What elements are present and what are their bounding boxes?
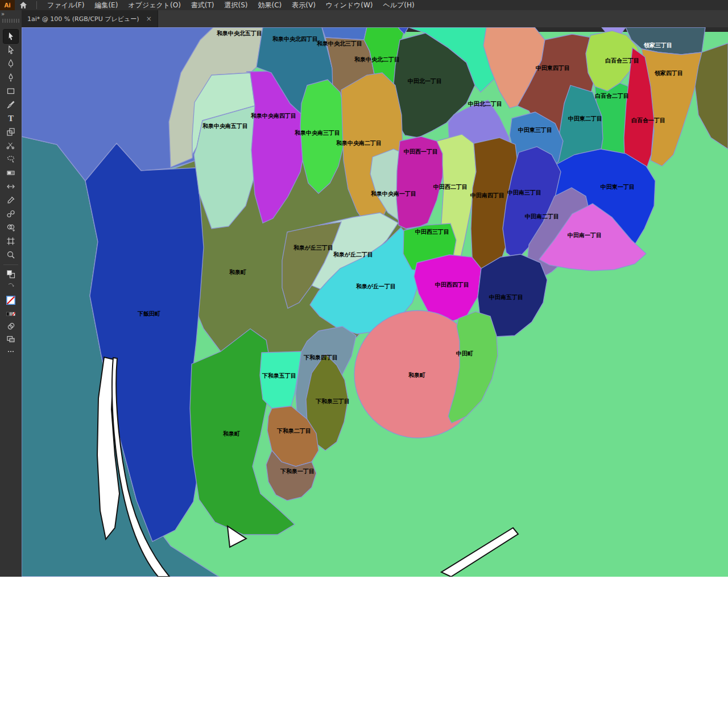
- blend-tool[interactable]: [3, 207, 18, 221]
- map-label-nakata-higashi-1: 中田東一丁目: [601, 184, 635, 190]
- svg-text:T: T: [8, 114, 14, 123]
- color-mode-strip[interactable]: [3, 308, 18, 320]
- rectangle-tool[interactable]: [3, 84, 18, 98]
- map-label-nakata-nishi-1: 中田西一丁目: [404, 148, 438, 155]
- eyedropper-tool[interactable]: [3, 193, 18, 207]
- tool-panel-header[interactable]: »: [0, 10, 22, 27]
- map-label-nakata-minami-5: 中田南五丁目: [489, 294, 523, 300]
- map-label-nakata-nishi-2: 中田西二丁目: [433, 184, 468, 190]
- map-label-nakata-kita-1: 中田北一丁目: [408, 78, 442, 84]
- tab-close-icon[interactable]: ×: [146, 15, 152, 23]
- zoom-tool[interactable]: [3, 248, 18, 262]
- map-label-izumi-chuo-kita-4: 和泉中央北四丁目: [272, 36, 318, 42]
- menu-item-0[interactable]: ファイル(F): [47, 1, 84, 10]
- lasso-tool[interactable]: [3, 152, 18, 166]
- map-label-nakata-nishi-4: 中田西四丁目: [435, 282, 469, 288]
- direct-selection-tool[interactable]: [3, 43, 18, 57]
- map-label-izumi-chuo-minami-3: 和泉中央南三丁目: [294, 130, 340, 136]
- map-label-izumicho-south: 和泉町: [222, 431, 240, 437]
- curvature-tool[interactable]: [3, 71, 18, 84]
- type-tool[interactable]: T: [3, 111, 18, 125]
- map-svg[interactable]: 和泉町下飯田町和泉町和泉中央北五丁目和泉中央南五丁目和泉中央南四丁目和泉中央北四…: [22, 27, 728, 577]
- map-label-nakata-minami-3: 中田南三丁目: [507, 189, 541, 196]
- shape-builder-tool[interactable]: [3, 221, 18, 234]
- menu-bar: Ai ファイル(F)編集(E)オブジェクト(O)書式(T)選択(S)効果(C)表…: [0, 0, 728, 10]
- map-label-ryoke-3: 領家三丁目: [643, 42, 672, 48]
- caption-area: IllustratorファイルやSVGファイルは、 色や地名などのさまざまな要素…: [0, 577, 728, 728]
- fill-stroke-swatch[interactable]: [3, 268, 18, 280]
- map-label-nakata-minami-4: 中田南四丁目: [470, 192, 504, 198]
- illustrator-logo-icon: Ai: [0, 0, 15, 10]
- artboard-canvas[interactable]: 和泉町下飯田町和泉町和泉中央北五丁目和泉中央南五丁目和泉中央南四丁目和泉中央北四…: [22, 27, 728, 577]
- collapse-panel-icon[interactable]: »: [1, 11, 4, 16]
- map-label-izumicho-main: 和泉町: [229, 269, 246, 275]
- free-transform-tool[interactable]: [3, 125, 18, 139]
- map-label-izumigaoka-2: 和泉が丘二丁目: [333, 251, 373, 258]
- swap-fill-stroke[interactable]: [3, 280, 18, 293]
- map-label-izumicho-circle: 和泉町: [408, 372, 425, 378]
- map-label-shimoiida: 下飯田町: [137, 311, 160, 317]
- menu-item-6[interactable]: 表示(V): [292, 1, 316, 10]
- more-tools[interactable]: [3, 345, 18, 358]
- artboard-tool[interactable]: [3, 234, 18, 248]
- map-label-izumi-chuo-minami-1: 和泉中央南一丁目: [370, 191, 416, 197]
- menu-item-7[interactable]: ウィンドウ(W): [326, 1, 373, 10]
- map-label-shimoizumi-5: 下和泉五丁目: [262, 373, 296, 379]
- home-icon[interactable]: [15, 1, 32, 9]
- menu-item-1[interactable]: 編集(E): [94, 1, 118, 10]
- map-label-ryoke-4: 領家四丁目: [654, 70, 683, 76]
- tab-bar: » 1ai* @ 100 % (RGB/CPU プレビュー) ×: [0, 10, 728, 27]
- map-label-yurigaoka-2: 白百合二丁目: [595, 93, 629, 99]
- menu-item-5[interactable]: 効果(C): [258, 1, 282, 10]
- map-label-izumi-chuo-minami-2: 和泉中央南二丁目: [336, 140, 382, 146]
- none-fill-swatch[interactable]: [3, 293, 18, 308]
- menu-divider: [36, 1, 37, 9]
- menu-item-8[interactable]: ヘルプ(H): [383, 1, 415, 10]
- map-label-nakata-higashi-3: 中田東三丁目: [518, 127, 552, 133]
- map-label-nakata-minami-1: 中田南一丁目: [568, 232, 602, 238]
- artboards[interactable]: [3, 333, 18, 345]
- map-label-izumi-chuo-kita-2: 和泉中央北二丁目: [354, 56, 400, 63]
- map-label-nakatacho: 中田町: [456, 350, 473, 357]
- map-label-izumi-chuo-kita-3: 和泉中央北三丁目: [316, 40, 362, 47]
- menu-item-2[interactable]: オブジェクト(O): [128, 1, 181, 10]
- map-label-shimoizumi-1: 下和泉一丁目: [280, 468, 315, 474]
- map-label-izumigaoka-1: 和泉が丘一丁目: [355, 283, 396, 289]
- dock-divider: [3, 264, 18, 265]
- paintbrush-tool[interactable]: [3, 98, 18, 111]
- width-tool[interactable]: [3, 180, 18, 193]
- tool-dock: T: [0, 27, 22, 577]
- map-label-yurigaoka-3: 白百合三丁目: [605, 57, 639, 64]
- pen-tool[interactable]: [3, 57, 18, 71]
- map-label-izumi-chuo-kita-5: 和泉中央北五丁目: [216, 30, 262, 36]
- document-tab-title: 1ai* @ 100 % (RGB/CPU プレビュー): [27, 15, 139, 23]
- shape-mode[interactable]: [3, 320, 18, 333]
- scissors-tool[interactable]: [3, 139, 18, 152]
- map-label-nakata-kita-2: 中田北二丁目: [468, 101, 502, 107]
- map-label-nakata-minami-2: 中田南二丁目: [525, 213, 559, 220]
- map-label-izumi-chuo-minami-5: 和泉中央南五丁目: [202, 123, 248, 129]
- document-tab[interactable]: 1ai* @ 100 % (RGB/CPU プレビュー) ×: [22, 10, 158, 27]
- map-label-shimoizumi-2: 下和泉二丁目: [276, 428, 311, 434]
- map-label-yurigaoka-1: 白百合一丁目: [631, 117, 665, 123]
- map-label-shimoizumi-3: 下和泉三丁目: [315, 398, 350, 404]
- map-label-izumi-chuo-minami-4: 和泉中央南四丁目: [250, 113, 296, 119]
- gradient-tool[interactable]: [3, 166, 18, 180]
- panel-grip[interactable]: [2, 19, 19, 23]
- map-label-nakata-higashi-2: 中田東二丁目: [568, 115, 602, 122]
- map-label-shimoizumi-4: 下和泉四丁目: [303, 354, 338, 361]
- menu-item-4[interactable]: 選択(S): [225, 1, 248, 10]
- map-label-izumigaoka-3: 和泉が丘三丁目: [293, 245, 333, 251]
- map-label-nakata-higashi-4: 中田東四丁目: [536, 65, 570, 71]
- menu-items: ファイル(F)編集(E)オブジェクト(O)書式(T)選択(S)効果(C)表示(V…: [42, 1, 415, 10]
- selection-tool[interactable]: [3, 30, 18, 43]
- map-label-nakata-nishi-3: 中田西三丁目: [415, 229, 449, 235]
- menu-item-3[interactable]: 書式(T): [191, 1, 214, 10]
